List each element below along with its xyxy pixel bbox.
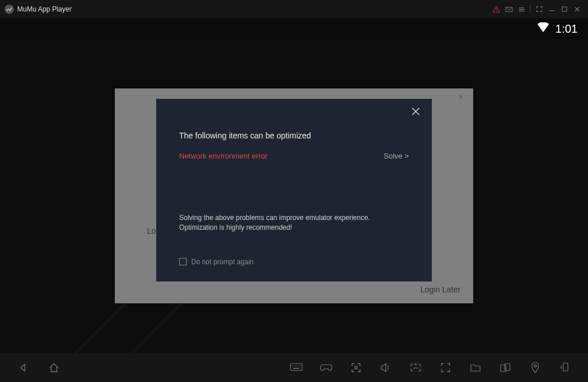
svg-point-14 [295,365,296,366]
emulator-toolbar: APK [0,353,588,382]
do-not-prompt-checkbox[interactable]: Do not prompt again [179,258,409,266]
screenshot-icon[interactable] [439,361,452,375]
emulator-screen: × Lo Login Later The following items can… [0,39,588,366]
shake-icon[interactable] [558,361,572,375]
maximize-icon[interactable] [558,3,571,16]
svg-rect-17 [293,368,299,369]
optimize-heading: The following items can be optimized [179,131,409,140]
wifi-icon [537,22,550,36]
close-window-icon[interactable] [571,3,583,16]
svg-point-13 [292,365,293,366]
svg-rect-18 [355,366,357,369]
svg-point-15 [297,365,298,366]
svg-point-1 [496,10,496,11]
optimize-note: Solving the above problems can improve e… [179,213,409,233]
window-title: MuMu App Player [17,5,72,13]
svg-point-24 [534,365,536,367]
checkbox-box-icon [179,258,187,265]
android-status-bar: 1:01 [0,18,588,39]
home-icon[interactable] [47,361,61,375]
hamburger-menu-icon[interactable] [515,3,528,16]
mail-icon[interactable] [502,3,515,16]
app-logo-icon [5,5,14,14]
login-partial-text: Lo [147,226,156,236]
gamepad-icon[interactable] [319,361,333,375]
svg-point-16 [299,365,300,366]
status-time: 1:01 [555,22,578,36]
svg-rect-25 [563,363,568,371]
apk-install-icon[interactable]: APK [409,361,423,375]
issue-label: Network environment error [179,152,268,160]
svg-rect-7 [562,7,567,11]
do-not-prompt-label: Do not prompt again [191,258,254,266]
optimize-note-line2: Optimization is highly recommended! [179,223,292,231]
fullscreen-toolbar-icon[interactable] [349,361,363,375]
folder-icon[interactable] [469,361,482,375]
svg-rect-12 [291,364,302,371]
login-dialog-close-icon[interactable]: × [458,92,467,101]
volume-icon[interactable] [379,361,393,375]
solve-button[interactable]: Solve > [384,152,409,160]
keyboard-icon[interactable] [289,361,303,375]
login-later-button[interactable]: Login Later [420,285,461,294]
fullscreen-icon[interactable] [533,3,546,16]
svg-text:APK: APK [413,366,419,370]
optimize-dialog: The following items can be optimized Net… [156,99,432,281]
location-icon[interactable] [528,361,542,375]
window-titlebar: MuMu App Player [0,0,588,18]
multi-instance-icon[interactable] [498,361,512,375]
titlebar-separator [530,5,531,13]
issue-row: Network environment error Solve > [179,152,409,160]
optimize-dialog-close-icon[interactable] [411,107,423,118]
optimize-note-line1: Solving the above problems can improve e… [179,214,370,222]
back-icon[interactable] [16,361,30,375]
minimize-icon[interactable] [546,3,558,16]
warning-icon[interactable] [490,3,502,16]
